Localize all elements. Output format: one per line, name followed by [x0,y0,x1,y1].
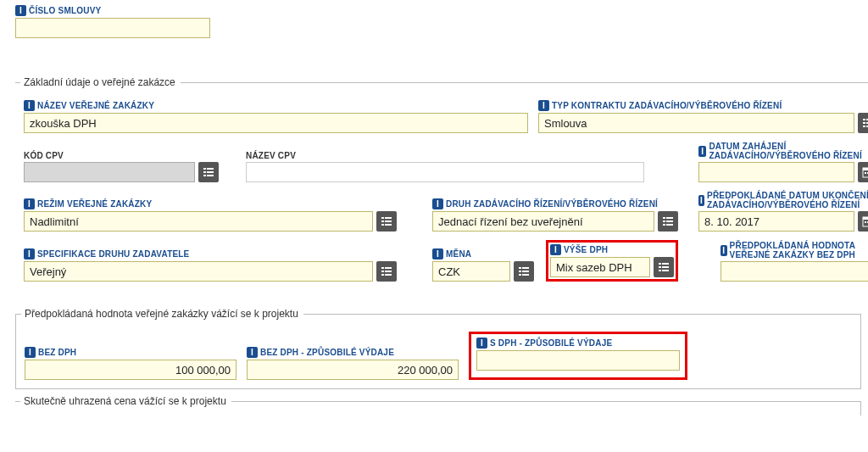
with-vat-eligible-label: i S DPH - ZPŮSOBILÉ VÝDAJE [476,338,680,349]
svg-rect-38 [381,274,384,276]
svg-rect-22 [385,224,392,226]
svg-rect-6 [203,168,206,170]
svg-rect-9 [207,171,214,173]
info-icon: i [247,347,258,358]
info-icon: i [25,347,36,358]
expected-end-calendar-button[interactable] [858,211,868,232]
svg-rect-14 [865,172,866,174]
svg-rect-45 [522,274,529,276]
contract-number-input[interactable] [15,18,210,38]
vat-rate-label: i VÝŠE DPH [550,244,674,255]
svg-rect-47 [662,263,669,265]
svg-rect-51 [662,270,669,271]
expected-value-input[interactable] [721,261,868,282]
svg-rect-50 [659,270,661,271]
svg-rect-31 [865,221,866,223]
svg-rect-27 [663,224,665,226]
basic-legend: Základní údaje o veřejné zakázce [20,76,181,88]
regime-list-button[interactable] [376,211,397,232]
svg-rect-23 [663,217,665,219]
cpv-code-list-button[interactable] [198,162,219,182]
svg-rect-28 [666,224,673,226]
authority-list-button[interactable] [376,261,397,282]
svg-rect-25 [663,220,665,222]
cpv-name-input[interactable] [246,162,644,182]
without-vat-eligible-label: i BEZ DPH - ZPŮSOBILÉ VÝDAJE [247,347,459,358]
vat-rate-list-button[interactable] [654,257,674,277]
info-icon: i [476,338,487,349]
svg-rect-44 [519,274,521,276]
expected-end-input[interactable] [698,211,854,232]
svg-rect-48 [659,266,661,268]
list-icon [862,117,868,129]
info-icon: i [24,248,35,259]
info-icon: i [550,244,561,255]
info-icon: i [538,100,549,111]
contract-type-input[interactable] [538,113,854,133]
procedure-label: i DRUH ZADÁVACÍHO ŘÍZENÍ/VÝBĚROVÉHO ŘÍZE… [432,198,678,209]
vat-rate-highlight: i VÝŠE DPH [546,240,678,282]
svg-rect-42 [519,271,521,272]
cpv-code-input[interactable] [24,162,195,182]
authority-input[interactable] [24,261,373,282]
currency-label: i MĚNA [432,248,534,259]
svg-rect-7 [207,168,214,170]
svg-rect-0 [863,119,865,120]
info-icon: i [24,100,35,111]
currency-input[interactable] [432,261,510,282]
svg-rect-12 [863,168,868,177]
svg-rect-2 [863,122,865,124]
svg-rect-35 [385,267,392,269]
info-icon: i [24,198,35,209]
info-icon: i [15,5,26,16]
start-date-input[interactable] [698,162,854,182]
info-icon: i [432,198,443,209]
info-icon: i [721,245,727,256]
contract-type-label: i TYP KONTRAKTU ZADÁVACÍHO/VÝBĚROVÉHO ŘÍ… [538,100,868,111]
svg-rect-41 [522,267,529,269]
cpv-name-label: NÁZEV CPV [246,151,644,160]
list-icon [662,215,674,227]
svg-rect-39 [385,274,392,276]
svg-rect-11 [207,175,214,176]
svg-rect-49 [662,266,669,268]
svg-rect-13 [863,168,868,170]
svg-rect-17 [381,217,384,219]
info-icon: i [698,146,706,157]
calendar-icon [862,166,868,178]
list-icon [381,215,392,227]
svg-rect-34 [381,267,384,269]
without-vat-eligible-input[interactable] [247,360,459,380]
procedure-list-button[interactable] [658,211,678,232]
vat-rate-input[interactable] [550,257,650,277]
svg-rect-37 [385,271,392,272]
start-date-calendar-button[interactable] [858,162,868,182]
without-vat-input[interactable] [25,360,236,380]
authority-label: i SPECIFIKACE DRUHU ZADAVATELE [24,248,397,259]
procedure-input[interactable] [432,211,654,232]
svg-rect-29 [863,217,868,226]
info-icon: i [698,195,704,206]
svg-rect-43 [522,271,529,272]
svg-rect-36 [381,271,384,272]
name-input[interactable] [24,113,528,133]
svg-rect-21 [381,224,384,226]
currency-list-button[interactable] [514,261,534,282]
list-icon [381,265,392,277]
name-label: i NÁZEV VEŘEJNÉ ZAKÁZKY [24,100,528,111]
svg-rect-30 [863,217,868,220]
contract-type-list-button[interactable] [858,113,868,133]
svg-rect-18 [385,217,392,219]
svg-rect-20 [385,220,392,222]
regime-input[interactable] [24,211,373,232]
svg-rect-26 [666,220,673,222]
svg-rect-4 [863,126,865,127]
list-icon [658,261,670,273]
with-vat-eligible-input[interactable] [476,350,680,371]
calendar-icon [862,215,868,227]
expected-value-label: i PŘEDPOKLÁDANÁ HODNOTA VEŘEJNÉ ZAKÁZKY … [721,241,868,259]
with-vat-highlight: i S DPH - ZPŮSOBILÉ VÝDAJE [469,332,687,380]
without-vat-label: i BEZ DPH [25,347,236,358]
svg-rect-19 [381,220,384,222]
project-value-legend: Předpokládaná hodnota veřejné zakázky vá… [21,308,303,320]
